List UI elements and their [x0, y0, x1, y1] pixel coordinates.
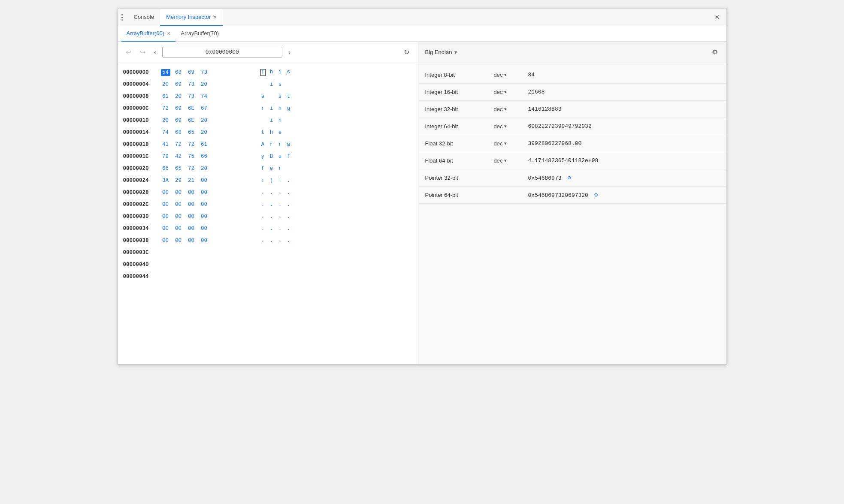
hex-byte[interactable]: 74: [200, 93, 209, 100]
hex-byte[interactable]: 20: [200, 117, 209, 124]
hex-byte[interactable]: 20: [174, 93, 183, 100]
hex-byte[interactable]: 42: [174, 153, 183, 160]
ascii-char[interactable]: [286, 130, 291, 136]
hex-byte[interactable]: 20: [161, 117, 170, 124]
ascii-char[interactable]: i: [269, 81, 274, 88]
hex-byte[interactable]: 00: [174, 225, 183, 232]
hex-byte[interactable]: 41: [161, 141, 170, 148]
sub-tab-arraybuffer-70[interactable]: ArrayBuffer(70): [175, 26, 224, 42]
hex-byte[interactable]: 65: [174, 165, 183, 172]
ascii-char[interactable]: s: [286, 69, 291, 76]
close-sub-tab-icon[interactable]: ×: [167, 30, 170, 36]
format-dropdown-icon[interactable]: ▾: [504, 72, 507, 78]
hex-byte[interactable]: 00: [161, 237, 170, 244]
ascii-char[interactable]: .: [269, 190, 274, 196]
ascii-char[interactable]: .: [278, 214, 283, 220]
ascii-char[interactable]: e: [269, 166, 274, 172]
format-dropdown-icon[interactable]: ▾: [504, 158, 507, 163]
format-dropdown-icon[interactable]: ▾: [504, 141, 507, 146]
ascii-char[interactable]: .: [269, 214, 274, 220]
ascii-char[interactable]: i: [278, 69, 283, 76]
ascii-char[interactable]: h: [269, 69, 274, 76]
hex-byte[interactable]: 20: [161, 81, 170, 88]
ascii-char[interactable]: .: [286, 190, 291, 196]
hex-byte[interactable]: 21: [187, 177, 196, 184]
hex-byte[interactable]: 68: [174, 129, 183, 136]
hex-byte[interactable]: 61: [161, 93, 170, 100]
ascii-char[interactable]: .: [269, 226, 274, 232]
ascii-char[interactable]: i: [269, 118, 274, 124]
ascii-char[interactable]: .: [260, 226, 266, 232]
hex-byte[interactable]: 00: [161, 201, 170, 208]
sub-tab-arraybuffer-60[interactable]: ArrayBuffer(60) ×: [121, 26, 176, 42]
ascii-char[interactable]: .: [260, 190, 266, 196]
ascii-char[interactable]: .: [286, 226, 291, 232]
ascii-char[interactable]: s: [278, 81, 283, 88]
ascii-char[interactable]: i: [269, 106, 274, 112]
ascii-char[interactable]: .: [260, 238, 266, 244]
hex-byte[interactable]: 72: [187, 165, 196, 172]
ascii-char[interactable]: s: [278, 94, 283, 100]
hex-byte[interactable]: 6E: [187, 105, 196, 112]
hex-byte[interactable]: 00: [174, 213, 183, 220]
endian-selector[interactable]: Big Endian ▾: [425, 49, 457, 55]
close-tab-icon[interactable]: ×: [213, 14, 217, 20]
hex-byte[interactable]: 20: [200, 81, 209, 88]
ascii-char[interactable]: [286, 81, 291, 88]
hex-byte[interactable]: 00: [174, 189, 183, 196]
ascii-char[interactable]: B: [269, 154, 274, 160]
format-dropdown-icon[interactable]: ▾: [504, 124, 507, 129]
hex-byte[interactable]: 6E: [187, 117, 196, 124]
menu-icon[interactable]: [121, 14, 123, 21]
ascii-char[interactable]: n: [278, 106, 283, 112]
hex-byte[interactable]: 00: [187, 213, 196, 220]
hex-byte[interactable]: 67: [200, 105, 209, 112]
hex-byte[interactable]: 20: [200, 129, 209, 136]
ascii-char[interactable]: r: [269, 142, 274, 148]
ascii-char[interactable]: .: [286, 214, 291, 220]
hex-byte[interactable]: 69: [174, 117, 183, 124]
ascii-char[interactable]: A: [260, 142, 266, 148]
ascii-char[interactable]: g: [286, 106, 291, 112]
ascii-char[interactable]: .: [278, 226, 283, 232]
hex-byte[interactable]: 66: [161, 165, 170, 172]
refresh-button[interactable]: ↻: [400, 46, 413, 58]
ascii-char[interactable]: .: [286, 178, 291, 184]
ascii-char[interactable]: .: [269, 238, 274, 244]
hex-byte[interactable]: 61: [200, 141, 209, 148]
ascii-char[interactable]: [286, 118, 291, 124]
ascii-char[interactable]: [260, 81, 266, 88]
ascii-char[interactable]: e: [278, 130, 283, 136]
ascii-char[interactable]: a: [260, 94, 266, 100]
hex-byte[interactable]: 73: [187, 81, 196, 88]
tab-console[interactable]: Console: [128, 9, 160, 26]
ascii-char[interactable]: .: [260, 214, 266, 220]
hex-byte[interactable]: 00: [200, 177, 209, 184]
hex-byte[interactable]: 75: [187, 153, 196, 160]
pointer-navigate-button[interactable]: ⊙: [567, 175, 571, 181]
ascii-char[interactable]: r: [260, 106, 266, 112]
ascii-char[interactable]: .: [278, 190, 283, 196]
hex-byte[interactable]: 00: [161, 225, 170, 232]
forward-button[interactable]: ↪: [137, 47, 148, 57]
next-page-button[interactable]: ›: [286, 48, 293, 57]
ascii-char[interactable]: T: [260, 69, 266, 76]
ascii-char[interactable]: f: [260, 166, 266, 172]
settings-button[interactable]: ⚙: [710, 46, 720, 58]
tab-memory-inspector[interactable]: Memory Inspector ×: [160, 9, 223, 26]
hex-byte[interactable]: 69: [174, 105, 183, 112]
hex-byte[interactable]: 72: [161, 105, 170, 112]
prev-page-button[interactable]: ‹: [151, 48, 159, 57]
address-input[interactable]: [162, 47, 282, 57]
hex-byte[interactable]: 00: [200, 201, 209, 208]
hex-byte[interactable]: 00: [174, 237, 183, 244]
hex-byte[interactable]: 72: [174, 141, 183, 148]
hex-byte[interactable]: 54: [161, 69, 170, 76]
ascii-char[interactable]: .: [286, 202, 291, 208]
hex-byte[interactable]: 73: [187, 93, 196, 100]
hex-byte[interactable]: 3A: [161, 177, 170, 184]
format-dropdown-icon[interactable]: ▾: [504, 106, 507, 112]
hex-byte[interactable]: 66: [200, 153, 209, 160]
ascii-char[interactable]: t: [260, 130, 266, 136]
ascii-char[interactable]: r: [278, 142, 283, 148]
